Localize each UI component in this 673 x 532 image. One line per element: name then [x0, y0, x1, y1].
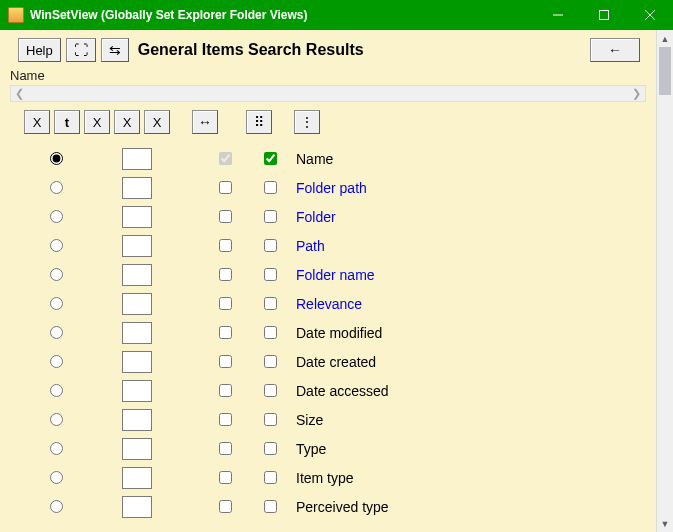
property-row: Path: [10, 231, 646, 260]
row-checkbox-2[interactable]: [264, 297, 277, 310]
property-row: Perceived type: [10, 492, 646, 521]
row-radio[interactable]: [50, 500, 63, 513]
strip-button-t[interactable]: t: [54, 110, 80, 134]
property-row: Date created: [10, 347, 646, 376]
row-checkbox-2[interactable]: [264, 471, 277, 484]
scroll-up-arrow-icon[interactable]: ▲: [657, 30, 673, 47]
row-checkbox-2[interactable]: [264, 500, 277, 513]
property-row: Date accessed: [10, 376, 646, 405]
row-label: Date created: [290, 354, 646, 370]
row-radio[interactable]: [50, 239, 63, 252]
row-checkbox-2[interactable]: [264, 152, 277, 165]
row-radio[interactable]: [50, 471, 63, 484]
row-width-input[interactable]: [122, 322, 152, 344]
property-rows: NameFolder pathFolderPathFolder nameRele…: [0, 144, 656, 521]
row-width-input[interactable]: [122, 438, 152, 460]
row-checkbox-1[interactable]: [219, 384, 232, 397]
row-checkbox-1[interactable]: [219, 500, 232, 513]
row-radio[interactable]: [50, 210, 63, 223]
row-radio[interactable]: [50, 297, 63, 310]
row-width-input[interactable]: [122, 351, 152, 373]
row-checkbox-2[interactable]: [264, 442, 277, 455]
row-width-input[interactable]: [122, 380, 152, 402]
minimize-button[interactable]: [535, 0, 581, 30]
row-checkbox-1[interactable]: [219, 413, 232, 426]
row-radio[interactable]: [50, 355, 63, 368]
row-checkbox-1[interactable]: [219, 297, 232, 310]
strip-button-x3[interactable]: X: [84, 110, 110, 134]
row-checkbox-1[interactable]: [219, 355, 232, 368]
titlebar[interactable]: WinSetView (Globally Set Explorer Folder…: [0, 0, 673, 30]
row-label[interactable]: Folder path: [290, 180, 646, 196]
row-checkbox-2[interactable]: [264, 326, 277, 339]
strip-button-x4[interactable]: X: [114, 110, 140, 134]
row-checkbox-1: [219, 152, 232, 165]
strip-button-width[interactable]: ↔: [192, 110, 218, 134]
strip-button-more[interactable]: ⋮: [294, 110, 320, 134]
row-radio[interactable]: [50, 268, 63, 281]
close-button[interactable]: [627, 0, 673, 30]
row-width-input[interactable]: [122, 206, 152, 228]
row-checkbox-1[interactable]: [219, 239, 232, 252]
strip-button-x1[interactable]: X: [24, 110, 50, 134]
horizontal-scrollbar[interactable]: ❮ ❯: [10, 85, 646, 102]
strip-button-x5[interactable]: X: [144, 110, 170, 134]
property-row: Folder name: [10, 260, 646, 289]
row-checkbox-2[interactable]: [264, 413, 277, 426]
row-radio[interactable]: [50, 384, 63, 397]
row-radio[interactable]: [50, 181, 63, 194]
row-label[interactable]: Folder: [290, 209, 646, 225]
row-checkbox-2[interactable]: [264, 384, 277, 397]
row-label[interactable]: Path: [290, 238, 646, 254]
row-checkbox-2[interactable]: [264, 355, 277, 368]
window-title: WinSetView (Globally Set Explorer Folder…: [30, 8, 535, 22]
row-label: Size: [290, 412, 646, 428]
row-label: Perceived type: [290, 499, 646, 515]
row-checkbox-1[interactable]: [219, 268, 232, 281]
strip-button-grid[interactable]: ⠿: [246, 110, 272, 134]
row-checkbox-1[interactable]: [219, 471, 232, 484]
button-strip: X t X X X ↔ ⠿ ⋮: [0, 110, 656, 144]
swap-button[interactable]: ⇆: [101, 38, 129, 62]
row-width-input[interactable]: [122, 496, 152, 518]
help-button[interactable]: Help: [18, 38, 61, 62]
client-area: Help ⛶ ⇆ General Items Search Results ← …: [0, 30, 673, 532]
row-checkbox-1[interactable]: [219, 181, 232, 194]
swap-icon: ⇆: [109, 43, 121, 57]
property-row: Name: [10, 144, 646, 173]
section-title: General Items Search Results: [134, 41, 364, 59]
row-width-input[interactable]: [122, 409, 152, 431]
row-checkbox-1[interactable]: [219, 442, 232, 455]
row-width-input[interactable]: [122, 293, 152, 315]
row-radio[interactable]: [50, 442, 63, 455]
row-width-input[interactable]: [122, 148, 152, 170]
back-button[interactable]: ←: [590, 38, 640, 62]
scroll-thumb[interactable]: [659, 47, 671, 95]
fullscreen-button[interactable]: ⛶: [66, 38, 96, 62]
row-width-input[interactable]: [122, 467, 152, 489]
row-label[interactable]: Relevance: [290, 296, 646, 312]
vertical-scrollbar[interactable]: ▲ ▼: [656, 30, 673, 532]
row-checkbox-2[interactable]: [264, 181, 277, 194]
fullscreen-icon: ⛶: [74, 43, 88, 57]
maximize-button[interactable]: [581, 0, 627, 30]
column-header-name: Name: [0, 66, 656, 83]
row-width-input[interactable]: [122, 264, 152, 286]
scroll-left-arrow-icon[interactable]: ❮: [11, 86, 28, 101]
row-checkbox-1[interactable]: [219, 326, 232, 339]
scroll-right-arrow-icon[interactable]: ❯: [628, 86, 645, 101]
row-checkbox-2[interactable]: [264, 268, 277, 281]
row-radio[interactable]: [50, 413, 63, 426]
row-checkbox-1[interactable]: [219, 210, 232, 223]
row-radio[interactable]: [50, 152, 63, 165]
row-checkbox-2[interactable]: [264, 210, 277, 223]
property-row: Size: [10, 405, 646, 434]
row-checkbox-2[interactable]: [264, 239, 277, 252]
scroll-down-arrow-icon[interactable]: ▼: [657, 515, 673, 532]
row-label[interactable]: Folder name: [290, 267, 646, 283]
row-width-input[interactable]: [122, 235, 152, 257]
property-row: Folder: [10, 202, 646, 231]
app-icon: [8, 7, 24, 23]
row-width-input[interactable]: [122, 177, 152, 199]
row-radio[interactable]: [50, 326, 63, 339]
